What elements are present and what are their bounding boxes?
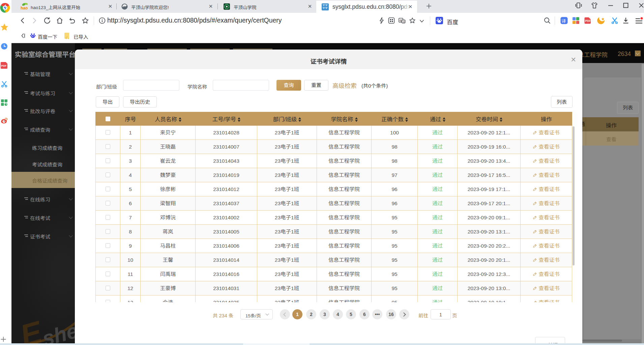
svg-text:hao: hao <box>21 6 28 10</box>
svg-text:PDF: PDF <box>585 19 591 23</box>
svg-text:du: du <box>32 35 34 37</box>
svg-text:文: 文 <box>403 20 405 23</box>
svg-text:译: 译 <box>562 19 566 24</box>
svg-text:shen: shen <box>40 315 75 345</box>
svg-text:PDF: PDF <box>1 64 7 67</box>
